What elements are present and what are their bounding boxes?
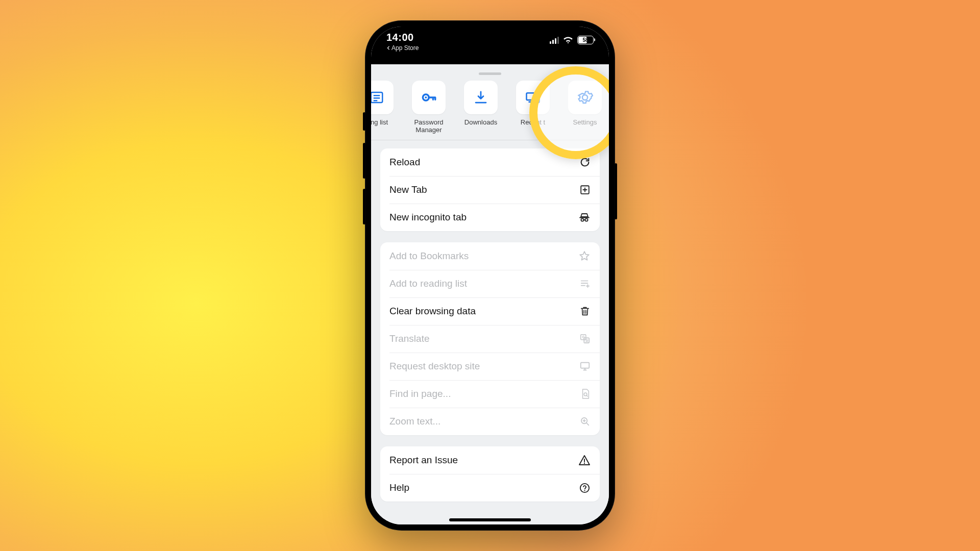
svg-text:G: G xyxy=(582,335,585,339)
menu-item-help[interactable]: Help xyxy=(380,474,600,502)
gradient-stage: 14:00 App Store 58 xyxy=(0,0,980,551)
shortcut-recent-tabs[interactable]: Recent t xyxy=(513,81,553,134)
volume-down-button xyxy=(363,189,365,224)
phone-screen: 14:00 App Store 58 xyxy=(371,27,609,524)
star-icon xyxy=(578,250,591,262)
dynamic-island xyxy=(452,34,528,55)
menu-item-reload[interactable]: Reload xyxy=(380,148,600,176)
plus-square-icon xyxy=(579,184,591,195)
shortcut-settings[interactable]: Settings xyxy=(565,81,605,134)
menu-sheet: ding list Password Manager Downloads Rec… xyxy=(371,64,609,524)
shortcut-label: Downloads xyxy=(464,118,497,126)
power-button xyxy=(615,163,617,219)
menu-list: Reload New Tab New incognito tab xyxy=(371,140,609,502)
gear-icon xyxy=(577,89,593,106)
menu-group-1: Reload New Tab New incognito tab xyxy=(380,148,600,231)
menu-item-translate: Translate G文 xyxy=(380,325,600,353)
shortcut-reading-list[interactable]: ding list xyxy=(371,81,397,134)
menu-item-incognito[interactable]: New incognito tab xyxy=(380,204,600,231)
menu-item-reading-list: Add to reading list xyxy=(380,270,600,297)
svg-point-5 xyxy=(425,96,427,98)
svg-rect-7 xyxy=(535,95,540,103)
battery-indicator: 58 xyxy=(577,36,594,44)
trash-icon xyxy=(579,306,591,317)
help-icon xyxy=(579,482,591,494)
svg-text:文: 文 xyxy=(585,339,589,342)
shortcut-password-manager[interactable]: Password Manager xyxy=(409,81,449,134)
menu-item-desktop-site: Request desktop site xyxy=(380,353,600,380)
mute-switch xyxy=(363,112,365,131)
devices-icon xyxy=(525,90,541,105)
find-in-page-icon xyxy=(580,388,591,399)
incognito-icon xyxy=(578,211,591,223)
shortcut-label: Settings xyxy=(573,118,597,126)
shortcut-row: ding list Password Manager Downloads Rec… xyxy=(371,79,609,140)
menu-item-report[interactable]: Report an Issue xyxy=(380,446,600,474)
reading-list-icon xyxy=(371,90,384,105)
svg-point-21 xyxy=(584,490,585,491)
shortcut-label: ding list xyxy=(371,118,388,126)
svg-rect-6 xyxy=(527,93,536,100)
shortcut-downloads[interactable]: Downloads xyxy=(461,81,501,134)
reload-icon xyxy=(579,157,591,168)
menu-item-bookmarks: Add to Bookmarks xyxy=(380,242,600,270)
menu-item-clear-data[interactable]: Clear browsing data xyxy=(380,297,600,325)
svg-rect-16 xyxy=(581,363,590,368)
cellular-signal-icon xyxy=(550,37,559,44)
sheet-grabber[interactable] xyxy=(371,68,609,79)
volume-up-button xyxy=(363,143,365,179)
wifi-icon xyxy=(563,37,573,44)
shortcut-label: Password Manager xyxy=(414,118,443,134)
translate-icon: G文 xyxy=(579,333,591,344)
status-time: 14:00 xyxy=(386,32,414,43)
svg-point-20 xyxy=(580,483,589,492)
svg-point-9 xyxy=(581,218,583,221)
svg-point-19 xyxy=(584,463,585,464)
add-to-list-icon xyxy=(579,278,591,289)
key-icon xyxy=(420,89,437,106)
menu-item-zoom: Zoom text... xyxy=(380,408,600,435)
menu-item-find: Find in page... xyxy=(380,380,600,408)
back-to-app-link[interactable]: App Store xyxy=(386,44,419,52)
warning-icon xyxy=(578,454,591,466)
shortcut-label: Recent t xyxy=(521,118,545,126)
menu-group-2: Add to Bookmarks Add to reading list Cle… xyxy=(380,242,600,435)
chevron-left-icon xyxy=(386,46,390,50)
menu-item-new-tab[interactable]: New Tab xyxy=(380,176,600,204)
menu-group-3: Report an Issue Help xyxy=(380,446,600,502)
zoom-in-icon xyxy=(579,416,591,427)
svg-point-10 xyxy=(585,218,587,221)
home-indicator[interactable] xyxy=(449,518,531,521)
monitor-icon xyxy=(579,361,591,372)
download-icon xyxy=(473,90,488,105)
phone-frame: 14:00 App Store 58 xyxy=(365,20,615,531)
